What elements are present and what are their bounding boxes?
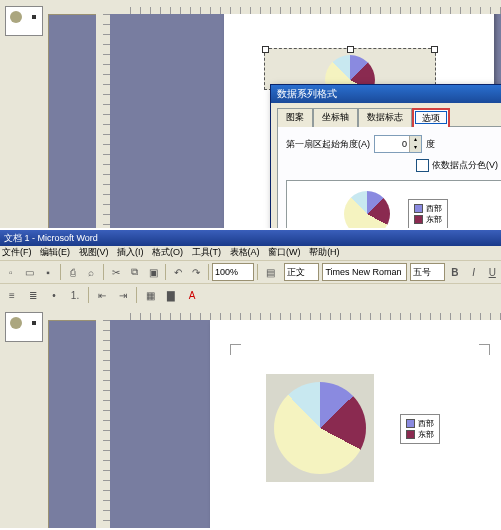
tab-labels[interactable]: 数据标志	[358, 108, 412, 127]
bold-icon[interactable]: B	[446, 262, 464, 282]
angle-unit: 度	[426, 138, 435, 151]
preview-legend: 西部 东部	[408, 199, 448, 228]
outline-pane	[0, 0, 49, 228]
size-select[interactable]: 五号	[410, 263, 446, 281]
page-thumbnail[interactable]	[5, 312, 43, 342]
zoom-select[interactable]: 100%	[212, 263, 254, 281]
preview-icon[interactable]: ⌕	[82, 262, 100, 282]
indent-inc-icon[interactable]: ⇥	[113, 285, 133, 305]
screenshot-top: 数据系列格式 × 图案 坐标轴 数据标志 选项 第一扇区起始角度(A) ▴▾	[0, 0, 501, 230]
menu-format[interactable]: 格式(O)	[152, 247, 183, 257]
tab-panel: 第一扇区起始角度(A) ▴▾ 度 依数据点分色(V)	[277, 126, 501, 228]
align-center-icon[interactable]: ≣	[23, 285, 43, 305]
spin-up-icon[interactable]: ▴	[409, 136, 421, 144]
spin-down-icon[interactable]: ▾	[409, 144, 421, 152]
vary-colors-checkbox[interactable]	[416, 159, 429, 172]
italic-icon[interactable]: I	[465, 262, 483, 282]
chart-object[interactable]	[266, 374, 374, 482]
pie-chart	[274, 382, 366, 474]
ruler-vertical	[96, 320, 111, 528]
underline-icon[interactable]: U	[483, 262, 501, 282]
highlight-icon[interactable]: ▇	[161, 285, 181, 305]
open-icon[interactable]: ▭	[21, 262, 39, 282]
font-select[interactable]: Times New Roman	[322, 263, 406, 281]
angle-input[interactable]	[375, 136, 409, 152]
menu-edit[interactable]: 编辑(E)	[40, 247, 70, 257]
document-canvas[interactable]: 西部 东部	[110, 320, 501, 528]
toolbar-standard: ▫ ▭ ▪ ⎙ ⌕ ✂ ⧉ ▣ ↶ ↷ 100% ▤ 正文 Times New …	[0, 260, 501, 283]
chart-preview: 西部 东部	[286, 180, 501, 228]
format-dialog: 数据系列格式 × 图案 坐标轴 数据标志 选项 第一扇区起始角度(A) ▴▾	[270, 84, 501, 228]
ruler-vertical	[96, 14, 111, 228]
read-icon[interactable]: ▤	[261, 262, 279, 282]
ruler-horizontal	[48, 306, 501, 321]
undo-icon[interactable]: ↶	[169, 262, 187, 282]
style-select[interactable]: 正文	[284, 263, 320, 281]
new-icon[interactable]: ▫	[2, 262, 20, 282]
indent-dec-icon[interactable]: ⇤	[92, 285, 112, 305]
border-icon[interactable]: ▦	[140, 285, 160, 305]
menu-view[interactable]: 视图(V)	[79, 247, 109, 257]
document-canvas[interactable]: 数据系列格式 × 图案 坐标轴 数据标志 选项 第一扇区起始角度(A) ▴▾	[110, 14, 501, 228]
dialog-title: 数据系列格式	[277, 87, 337, 101]
page: 西部 东部	[210, 320, 501, 528]
cut-icon[interactable]: ✂	[107, 262, 125, 282]
app-title: 文档 1 - Microsoft Word	[4, 233, 98, 243]
angle-spinner[interactable]: ▴▾	[374, 135, 422, 153]
tab-pattern[interactable]: 图案	[277, 108, 313, 127]
margin-corner-icon	[479, 344, 490, 355]
save-icon[interactable]: ▪	[39, 262, 57, 282]
tab-options[interactable]: 选项	[412, 108, 450, 127]
menu-insert[interactable]: 插入(I)	[117, 247, 144, 257]
menu-tools[interactable]: 工具(T)	[192, 247, 222, 257]
tab-axis[interactable]: 坐标轴	[313, 108, 358, 127]
menu-help[interactable]: 帮助(H)	[309, 247, 340, 257]
menu-file[interactable]: 文件(F)	[2, 247, 32, 257]
vary-colors-label: 依数据点分色(V)	[432, 159, 498, 172]
screenshot-bottom: 文档 1 - Microsoft Word 文件(F) 编辑(E) 视图(V) …	[0, 230, 501, 528]
chart-legend[interactable]: 西部 东部	[400, 414, 440, 444]
window-titlebar[interactable]: 文档 1 - Microsoft Word	[0, 230, 501, 246]
copy-icon[interactable]: ⧉	[126, 262, 144, 282]
preview-pie	[344, 191, 390, 228]
dialog-tabs: 图案 坐标轴 数据标志 选项	[271, 103, 501, 126]
redo-icon[interactable]: ↷	[187, 262, 205, 282]
menubar[interactable]: 文件(F) 编辑(E) 视图(V) 插入(I) 格式(O) 工具(T) 表格(A…	[0, 246, 501, 260]
print-icon[interactable]: ⎙	[64, 262, 82, 282]
fontcolor-icon[interactable]: A	[182, 285, 202, 305]
paste-icon[interactable]: ▣	[144, 262, 162, 282]
dialog-titlebar[interactable]: 数据系列格式 ×	[271, 85, 501, 103]
margin-corner-icon	[230, 344, 241, 355]
outline-pane	[0, 306, 49, 528]
page-thumbnail[interactable]	[5, 6, 43, 36]
bullets-icon[interactable]: •	[44, 285, 64, 305]
menu-table[interactable]: 表格(A)	[230, 247, 260, 257]
align-left-icon[interactable]: ≡	[2, 285, 22, 305]
numbering-icon[interactable]: 1.	[65, 285, 85, 305]
toolbar-format: ≡ ≣ • 1. ⇤ ⇥ ▦ ▇ A	[0, 283, 501, 306]
ruler-horizontal	[48, 0, 501, 15]
angle-label: 第一扇区起始角度(A)	[286, 138, 370, 151]
menu-window[interactable]: 窗口(W)	[268, 247, 301, 257]
